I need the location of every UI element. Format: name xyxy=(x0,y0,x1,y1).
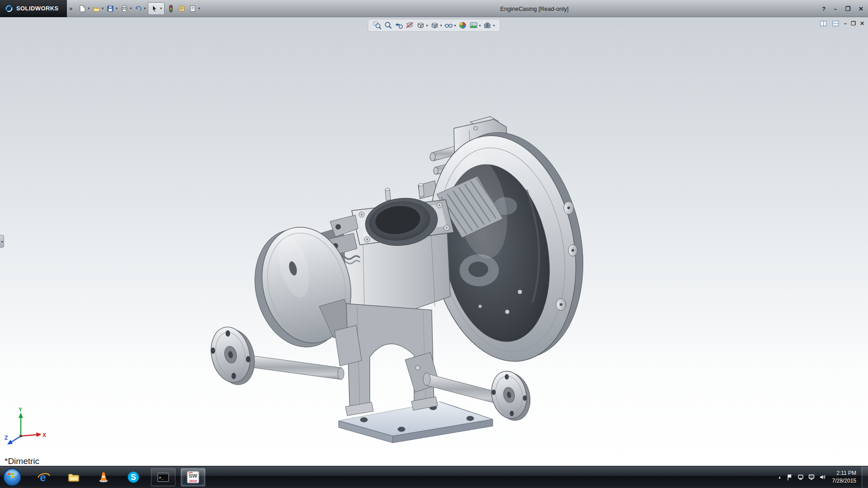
triad-z-label: Z xyxy=(5,435,8,441)
display-style-icon xyxy=(430,21,439,30)
minimize-button[interactable]: – xyxy=(834,6,837,12)
taskbar-windows-explorer-button[interactable] xyxy=(61,468,86,486)
view-orientation-label: *Dimetric xyxy=(5,456,39,466)
triad-y-label: Y xyxy=(19,407,22,413)
taskbar-solidworks-button[interactable]: SW 2015 xyxy=(181,468,205,486)
taskbar: e S xyxy=(0,466,868,488)
window-controls: ? – ❐ ✕ xyxy=(822,0,863,17)
chevron-down-icon[interactable]: ▾ xyxy=(493,23,495,28)
chevron-down-icon[interactable]: ▾ xyxy=(130,6,132,10)
quick-access-toolbar: ▾ ▾ ▾ ▾ xyxy=(77,2,201,15)
view-orientation-cube-icon xyxy=(416,21,425,30)
brand-label: SOLIDWORKS xyxy=(16,5,59,12)
chevron-down-icon[interactable]: ▾ xyxy=(198,6,200,10)
graphics-viewport[interactable]: ▾ ▾ ▾ xyxy=(0,17,868,466)
new-document-button[interactable] xyxy=(77,3,88,14)
internet-explorer-icon: e xyxy=(37,470,51,484)
show-desktop-button[interactable] xyxy=(862,466,868,488)
rebuild-button[interactable] xyxy=(165,3,176,14)
split-pane-vertical-icon xyxy=(820,20,827,27)
split-pane-horizontal-button[interactable] xyxy=(831,19,840,27)
section-view-icon xyxy=(405,21,414,30)
file-properties-button[interactable] xyxy=(187,3,198,14)
document-restore-button[interactable]: ❐ xyxy=(851,21,856,26)
select-cursor-icon xyxy=(151,5,159,13)
feature-manager-collapse-tab[interactable]: ◂ xyxy=(0,235,4,248)
chevron-down-icon[interactable]: ▾ xyxy=(88,6,90,10)
menubar: SOLIDWORKS » ▾ ▾ xyxy=(0,0,868,17)
taskbar-vlc-button[interactable] xyxy=(91,468,116,486)
volume-icon[interactable] xyxy=(817,470,828,484)
chevron-down-icon[interactable]: ▾ xyxy=(426,23,428,28)
start-button[interactable] xyxy=(3,468,22,487)
new-document-icon xyxy=(78,5,86,13)
file-properties-icon xyxy=(189,5,197,13)
restore-button[interactable]: ❐ xyxy=(845,6,850,12)
save-button[interactable] xyxy=(105,3,116,14)
apply-scene-button[interactable] xyxy=(468,20,479,31)
solidworks-window: SOLIDWORKS » ▾ ▾ xyxy=(0,0,868,488)
document-close-button[interactable]: ✕ xyxy=(860,21,864,26)
view-settings-button[interactable] xyxy=(482,20,493,31)
folder-icon xyxy=(67,470,80,484)
zoom-to-area-button[interactable] xyxy=(372,20,382,31)
expand-menu-chevron-icon[interactable]: » xyxy=(69,5,72,12)
options-button[interactable] xyxy=(176,3,187,14)
command-prompt-icon: >_ xyxy=(156,471,170,483)
appearance-ball-icon xyxy=(458,21,467,30)
taskbar-internet-explorer-button[interactable]: e xyxy=(32,468,56,486)
engine-casing-model[interactable] xyxy=(0,17,868,466)
solidworks-year-badge: 2015 xyxy=(189,479,197,483)
solidworks-menu[interactable]: SOLIDWORKS xyxy=(0,0,67,17)
hardware-icon[interactable] xyxy=(795,470,806,484)
open-button[interactable] xyxy=(91,3,102,14)
scene-picture-icon xyxy=(469,21,478,30)
print-button[interactable] xyxy=(119,3,130,14)
document-minimize-button[interactable]: – xyxy=(844,21,847,26)
taskbar-app-buttons: e S xyxy=(32,468,205,486)
chevron-down-icon[interactable]: ▾ xyxy=(479,23,481,28)
taskbar-skype-button[interactable]: S xyxy=(121,468,146,486)
chevron-down-icon[interactable]: ▾ xyxy=(440,23,442,28)
zoom-to-fit-button[interactable] xyxy=(382,20,393,31)
split-pane-vertical-button[interactable] xyxy=(819,19,827,27)
open-folder-icon xyxy=(92,5,100,13)
taskbar-clock[interactable]: 2:11 PM 7/28/2015 xyxy=(832,469,856,485)
select-tool-button[interactable] xyxy=(149,3,160,14)
previous-view-icon xyxy=(394,21,403,30)
split-pane-horizontal-icon xyxy=(832,20,840,27)
hide-show-items-button[interactable] xyxy=(443,20,454,31)
view-orientation-button[interactable] xyxy=(415,20,426,31)
display-style-button[interactable] xyxy=(429,20,440,31)
section-view-button[interactable] xyxy=(404,20,415,31)
edit-appearance-button[interactable] xyxy=(458,20,468,31)
undo-icon xyxy=(134,5,142,13)
zoom-to-area-icon xyxy=(373,21,382,30)
chevron-down-icon[interactable]: ▾ xyxy=(116,6,118,10)
skype-icon: S xyxy=(127,470,140,484)
taskbar-command-prompt-button[interactable]: >_ xyxy=(151,468,175,486)
clock-time: 2:11 PM xyxy=(832,469,856,477)
rebuild-stoplight-icon xyxy=(167,5,175,13)
heads-up-view-toolbar: ▾ ▾ ▾ xyxy=(368,19,500,32)
undo-button[interactable] xyxy=(133,3,144,14)
chevron-down-icon[interactable]: ▾ xyxy=(102,6,104,10)
action-center-flag-icon[interactable] xyxy=(784,470,795,484)
system-tray: ▴ xyxy=(775,466,868,488)
triad-x-label: X xyxy=(42,432,46,438)
close-button[interactable]: ✕ xyxy=(859,6,863,12)
display-icon[interactable] xyxy=(806,470,817,484)
windows-start-orb-icon xyxy=(3,468,22,487)
previous-view-button[interactable] xyxy=(393,20,404,31)
svg-text:e: e xyxy=(40,471,46,483)
solidworks-app-icon: SW 2015 xyxy=(186,470,200,484)
document-window-controls: – ❐ ✕ xyxy=(819,19,864,27)
dassault-3ds-logo-icon xyxy=(5,4,14,13)
chevron-down-icon[interactable]: ▾ xyxy=(454,23,456,28)
help-button[interactable]: ? xyxy=(822,6,826,12)
chevron-down-icon[interactable]: ▾ xyxy=(144,6,146,10)
chevron-down-icon[interactable]: ▾ xyxy=(160,6,162,10)
tray-expand-button[interactable]: ▴ xyxy=(775,470,784,484)
svg-text:SW: SW xyxy=(189,473,198,479)
collapse-arrow-icon: ◂ xyxy=(1,239,3,244)
